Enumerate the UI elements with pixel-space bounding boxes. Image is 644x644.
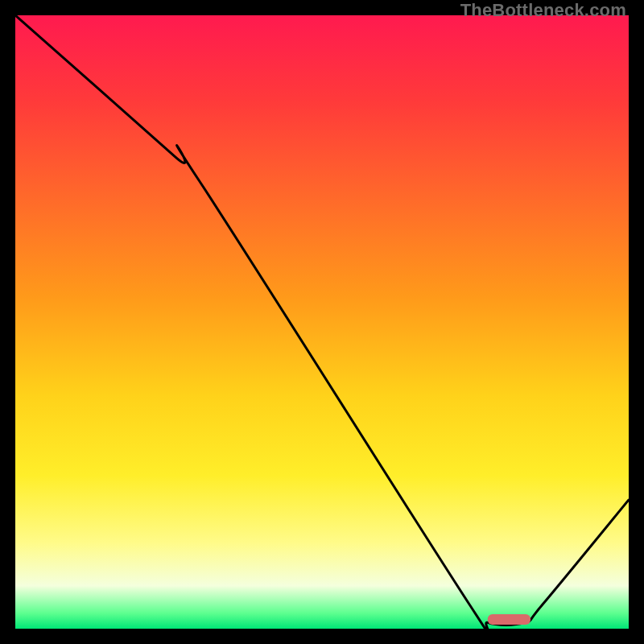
chart-svg [15,15,629,629]
chart-plot-area [15,15,629,629]
watermark-text: TheBottleneck.com [460,0,626,21]
optimal-range-marker [488,614,530,625]
chart-background-gradient [15,15,629,629]
